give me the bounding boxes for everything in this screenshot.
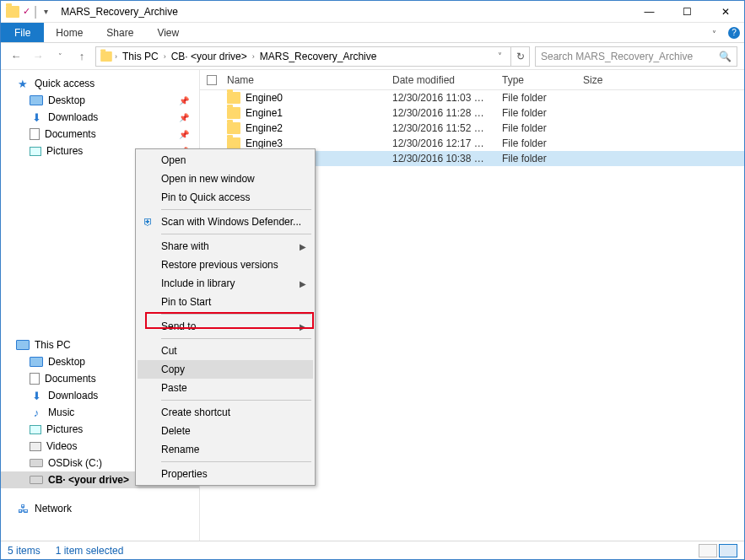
minimize-button[interactable]: — (630, 1, 668, 23)
menu-item-pin-to-start[interactable]: Pin to Start (138, 293, 313, 311)
help-button[interactable]: ? (724, 23, 744, 42)
recent-locations-dropdown[interactable]: ˅ (51, 48, 68, 65)
menu-item-scan-with-windows-defender[interactable]: ⛨Scan with Windows Defender... (138, 213, 313, 231)
view-icons-button[interactable] (719, 544, 737, 557)
menu-item-label: Restore previous versions (161, 259, 278, 271)
search-input[interactable]: Search MARS_Recovery_Archive 🔍 (535, 46, 737, 67)
submenu-arrow-icon: ▶ (300, 322, 306, 331)
sidebar-item-label: Network (35, 503, 72, 514)
titlebar-divider: | (34, 4, 37, 19)
drive-icon (30, 476, 43, 484)
sidebar-quick-access[interactable]: ★ Quick access (1, 75, 199, 92)
sidebar-item-label: Quick access (35, 78, 94, 89)
status-selection: 1 item selected (56, 545, 124, 557)
star-icon: ★ (16, 78, 30, 89)
titlebar: ✓ | ▾ MARS_Recovery_Archive — ☐ ✕ (1, 1, 744, 23)
sidebar-network[interactable]: 🖧Network (1, 500, 199, 517)
menu-item-properties[interactable]: Properties (138, 465, 313, 483)
file-date: 12/30/2016 11:52 … (392, 122, 502, 134)
sidebar-item-label: CB· <your drive> (48, 474, 129, 486)
sidebar-item-desktop[interactable]: Desktop📌 (1, 92, 199, 109)
view-details-button[interactable] (699, 544, 717, 557)
up-button[interactable]: ↑ (73, 48, 90, 65)
menu-item-rename[interactable]: Rename (138, 440, 313, 459)
chevron-right-icon[interactable]: › (115, 52, 117, 61)
status-item-count: 5 items (8, 545, 40, 557)
menu-item-create-shortcut[interactable]: Create shortcut (138, 403, 313, 422)
context-menu: OpenOpen in new windowPin to Quick acces… (135, 148, 316, 486)
breadcrumb-seg-drive[interactable]: CB· <your drive> (168, 51, 251, 62)
column-headers: Name Date modified Type Size (200, 70, 744, 90)
sidebar-item-label: Downloads (48, 111, 98, 123)
column-name[interactable]: Name (224, 74, 392, 86)
tab-home[interactable]: Home (44, 23, 94, 42)
menu-item-cut[interactable]: Cut (138, 342, 313, 360)
folder-icon (6, 6, 19, 18)
menu-item-pin-to-quick-access[interactable]: Pin to Quick access (138, 188, 313, 207)
back-button[interactable]: ← (8, 48, 24, 65)
menu-item-label: Paste (161, 382, 187, 394)
table-row[interactable]: Engine112/30/2016 11:28 …File folder (200, 105, 744, 121)
sidebar-item-label: Desktop (48, 94, 85, 106)
quick-access-pin-icon[interactable]: ✓ (23, 6, 30, 17)
select-all-checkbox[interactable] (207, 75, 217, 85)
desktop-icon (30, 95, 43, 105)
breadcrumb[interactable]: › This PC › CB· <your drive> › MARS_Reco… (95, 46, 511, 67)
chevron-right-icon[interactable]: › (252, 52, 255, 61)
ribbon-expand-button[interactable]: ˅ (704, 23, 724, 45)
file-name: Engine2 (246, 122, 283, 134)
menu-item-send-to[interactable]: Send to▶ (138, 317, 313, 336)
menu-item-include-in-library[interactable]: Include in library▶ (138, 274, 313, 293)
pictures-icon (30, 147, 41, 156)
menu-item-copy[interactable]: Copy (138, 360, 313, 379)
sidebar-item-downloads[interactable]: ⬇Downloads📌 (1, 109, 199, 126)
menu-item-share-with[interactable]: Share with▶ (138, 237, 313, 256)
menu-item-label: Pin to Quick access (161, 191, 250, 203)
window-title: MARS_Recovery_Archive (56, 6, 630, 18)
submenu-arrow-icon: ▶ (300, 279, 306, 288)
sidebar-item-label: Videos (46, 440, 77, 452)
table-row[interactable]: Engine012/30/2016 11:03 …File folder (200, 90, 744, 105)
videos-icon (30, 442, 41, 451)
menu-item-label: Send to (161, 320, 196, 332)
drive-icon (30, 459, 43, 467)
sidebar-item-documents[interactable]: Documents📌 (1, 126, 199, 143)
menu-item-delete[interactable]: Delete (138, 422, 313, 440)
breadcrumb-seg-folder[interactable]: MARS_Recovery_Archive (256, 51, 381, 62)
tab-share[interactable]: Share (94, 23, 145, 42)
menu-item-open[interactable]: Open (138, 151, 313, 170)
file-type: File folder (502, 92, 583, 104)
column-type[interactable]: Type (502, 74, 583, 86)
column-date[interactable]: Date modified (392, 74, 502, 86)
forward-button[interactable]: → (30, 48, 46, 65)
menu-item-label: Properties (161, 468, 208, 480)
file-tab[interactable]: File (1, 23, 44, 42)
table-row[interactable]: Engine212/30/2016 11:52 …File folder (200, 121, 744, 136)
menu-item-label: Pin to Start (161, 296, 211, 308)
menu-item-label: Copy (161, 363, 185, 375)
qab-customize-dropdown[interactable]: ▾ (40, 6, 51, 18)
close-button[interactable]: ✕ (706, 1, 744, 23)
column-size[interactable]: Size (583, 74, 651, 86)
menu-separator (161, 461, 311, 462)
search-icon: 🔍 (719, 51, 732, 62)
menu-item-paste[interactable]: Paste (138, 379, 313, 397)
pin-icon: 📌 (179, 96, 189, 105)
breadcrumb-dropdown[interactable]: ˅ (493, 51, 507, 61)
folder-icon (100, 51, 112, 62)
folder-icon (227, 92, 240, 104)
menu-item-label: Include in library (161, 277, 235, 289)
menu-item-label: Scan with Windows Defender... (161, 216, 301, 228)
file-type: File folder (502, 153, 583, 164)
breadcrumb-seg-thispc[interactable]: This PC (119, 51, 162, 62)
address-row: ← → ˅ ↑ › This PC › CB· <your drive> › M… (1, 43, 744, 70)
document-icon (30, 128, 40, 140)
menu-item-restore-previous-versions[interactable]: Restore previous versions (138, 256, 313, 274)
menu-item-open-in-new-window[interactable]: Open in new window (138, 170, 313, 188)
maximize-button[interactable]: ☐ (668, 1, 706, 23)
refresh-button[interactable]: ↻ (511, 46, 530, 67)
help-icon: ? (728, 27, 740, 39)
menu-item-label: Share with (161, 240, 209, 252)
tab-view[interactable]: View (145, 23, 191, 42)
chevron-right-icon[interactable]: › (164, 52, 166, 61)
